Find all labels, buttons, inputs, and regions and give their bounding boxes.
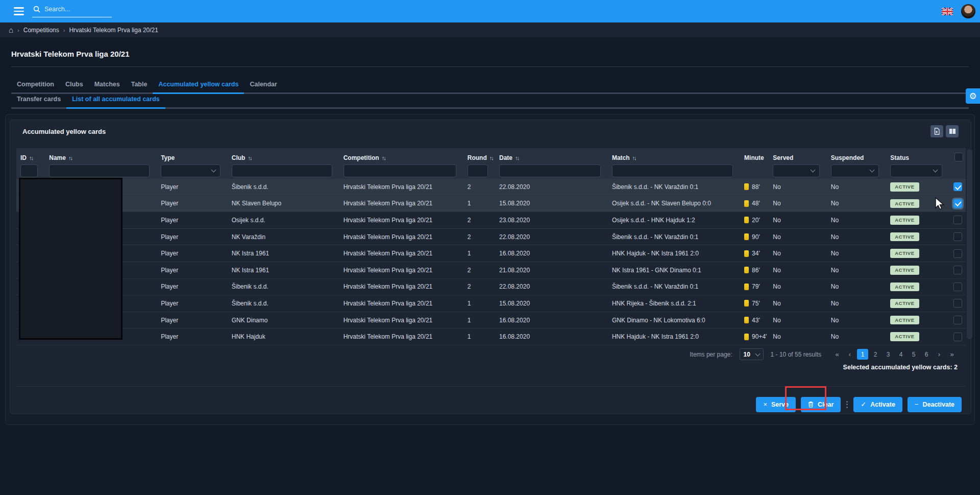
prev-page-button[interactable]: ‹ <box>844 349 855 360</box>
menu-icon[interactable] <box>14 7 24 15</box>
breadcrumb-competitions[interactable]: Competitions <box>23 27 59 34</box>
tab-accumulated-yellow-cards[interactable]: Accumulated yellow cards <box>153 81 244 94</box>
cell-suspended: No <box>827 228 887 245</box>
col-header-round[interactable]: Round↑↓ <box>463 148 495 162</box>
table-row[interactable]: PlayerOsijek s.d.d.Hrvatski Telekom Prva… <box>16 212 966 229</box>
subtab-transfer-cards[interactable]: Transfer cards <box>11 96 66 109</box>
cell-minute: 48' <box>740 195 769 212</box>
filter-cell-name <box>45 162 157 179</box>
table-row[interactable]: PlayerNK Istra 1961Hrvatski Telekom Prva… <box>16 245 966 262</box>
first-page-button[interactable]: « <box>831 349 843 360</box>
filter-input-competition[interactable] <box>344 164 456 177</box>
row-checkbox[interactable] <box>953 266 962 274</box>
row-checkbox[interactable] <box>953 199 962 208</box>
cell-served: No <box>769 278 826 295</box>
sort-icon[interactable]: ↑↓ <box>489 155 493 161</box>
page-button-5[interactable]: 5 <box>908 349 919 360</box>
col-label-round: Round <box>468 154 487 161</box>
cell-type: Player <box>157 195 228 212</box>
page-button-1[interactable]: 1 <box>857 349 868 360</box>
filter-select-served[interactable] <box>773 164 819 177</box>
col-header-club[interactable]: Club↑↓ <box>228 148 339 162</box>
table-row[interactable]: PlayerŠibenik s.d.d.Hrvatski Telekom Prv… <box>16 295 966 312</box>
table-row[interactable]: PlayerŠibenik s.d.d.Hrvatski Telekom Prv… <box>16 278 966 295</box>
sort-icon[interactable]: ↑↓ <box>632 155 636 161</box>
cell-minute: 79' <box>740 278 769 295</box>
cell-select <box>949 295 966 312</box>
row-checkbox[interactable] <box>953 316 962 324</box>
filter-select-status[interactable] <box>890 164 942 177</box>
page-button-3[interactable]: 3 <box>883 349 894 360</box>
filter-select-type[interactable] <box>161 164 220 177</box>
col-header-date[interactable]: Date↑↓ <box>495 148 608 162</box>
col-header-id[interactable]: ID↑↓ <box>16 148 45 162</box>
search-input[interactable] <box>43 5 104 13</box>
filter-input-id[interactable] <box>20 164 38 177</box>
settings-button[interactable]: ⚙ <box>966 88 980 104</box>
filter-input-date[interactable] <box>499 164 601 177</box>
filter-select-suspended[interactable] <box>831 164 879 177</box>
sort-icon[interactable]: ↑↓ <box>29 155 33 161</box>
items-per-page-select[interactable]: 10 <box>740 348 764 360</box>
col-header-competition[interactable]: Competition↑↓ <box>339 148 463 162</box>
deactivate-button[interactable]: − Deactivate <box>908 397 962 412</box>
cell-match: HNK Rijeka - Šibenik s.d.d. 2:1 <box>608 295 740 312</box>
sort-icon[interactable]: ↑↓ <box>382 155 385 161</box>
filter-input-name[interactable] <box>49 164 150 177</box>
row-checkbox[interactable] <box>953 299 962 308</box>
tab-matches[interactable]: Matches <box>89 81 126 94</box>
table-row[interactable]: PlayerŠibenik s.d.d.Hrvatski Telekom Prv… <box>16 179 966 195</box>
row-checkbox[interactable] <box>953 249 962 258</box>
table-row[interactable]: PlayerNK Slaven BelupoHrvatski Telekom P… <box>16 195 966 212</box>
filter-input-club[interactable] <box>232 164 332 177</box>
sort-icon[interactable]: ↑↓ <box>515 155 519 161</box>
col-label-type: Type <box>161 154 175 161</box>
page-button-2[interactable]: 2 <box>870 349 881 360</box>
col-header-match[interactable]: Match↑↓ <box>608 148 740 162</box>
tab-clubs[interactable]: Clubs <box>60 81 89 94</box>
card-actions <box>930 125 959 137</box>
table-scrollbar[interactable] <box>967 149 972 339</box>
row-checkbox[interactable] <box>953 282 962 291</box>
export-button[interactable] <box>930 125 943 137</box>
yellow-card-icon <box>744 183 749 190</box>
home-icon[interactable]: ⌂ <box>9 26 13 34</box>
chevron-down-icon <box>211 168 216 173</box>
table-row[interactable]: PlayerNK Istra 1961Hrvatski Telekom Prva… <box>16 262 966 278</box>
tab-competition[interactable]: Competition <box>11 81 60 94</box>
col-label-match: Match <box>612 154 630 161</box>
row-checkbox[interactable] <box>953 333 962 341</box>
activate-button[interactable]: ✓ Activate <box>853 397 902 412</box>
subtab-list-of-all-accumulated-cards[interactable]: List of all accumulated cards <box>66 96 165 109</box>
filter-input-match[interactable] <box>612 164 733 177</box>
filter-input-round[interactable] <box>468 164 488 177</box>
tab-calendar[interactable]: Calendar <box>244 81 283 94</box>
columns-button[interactable] <box>946 125 959 137</box>
language-flag-uk-icon[interactable] <box>942 8 953 15</box>
last-page-button[interactable]: » <box>946 349 958 360</box>
accumulated-yellow-cards-table: ID↑↓Name↑↓TypeClub↑↓Competition↑↓Round↑↓… <box>16 148 966 345</box>
tab-table[interactable]: Table <box>126 81 153 94</box>
user-avatar[interactable] <box>961 4 975 18</box>
table-row[interactable]: PlayerNK VaraždinHrvatski Telekom Prva l… <box>16 228 966 245</box>
row-checkbox[interactable] <box>953 232 962 241</box>
cell-round: 2 <box>463 228 495 245</box>
accumulated-cards-card: Accumulated yellow cards ID↑↓Name↑↓TypeC… <box>10 120 971 414</box>
col-header-name[interactable]: Name↑↓ <box>45 148 157 162</box>
filter-cell-select <box>949 162 966 179</box>
sort-icon[interactable]: ↑↓ <box>68 155 72 161</box>
next-page-button[interactable]: › <box>934 349 945 360</box>
cell-match: HNK Hajduk - NK Istra 1961 2:0 <box>608 245 740 262</box>
more-actions-icon[interactable] <box>846 401 848 408</box>
page-button-4[interactable]: 4 <box>895 349 906 360</box>
select-all-checkbox[interactable] <box>954 153 963 161</box>
table-row[interactable]: PlayerGNK DinamoHrvatski Telekom Prva li… <box>16 312 966 328</box>
cell-suspended: No <box>827 245 887 262</box>
page-button-6[interactable]: 6 <box>921 349 932 360</box>
cell-status: ACTIVE <box>886 312 949 328</box>
cell-suspended: No <box>827 179 887 195</box>
row-checkbox[interactable] <box>953 182 962 191</box>
row-checkbox[interactable] <box>953 216 962 224</box>
sort-icon[interactable]: ↑↓ <box>248 155 251 161</box>
table-row[interactable]: PlayerHNK HajdukHrvatski Telekom Prva li… <box>16 328 966 345</box>
